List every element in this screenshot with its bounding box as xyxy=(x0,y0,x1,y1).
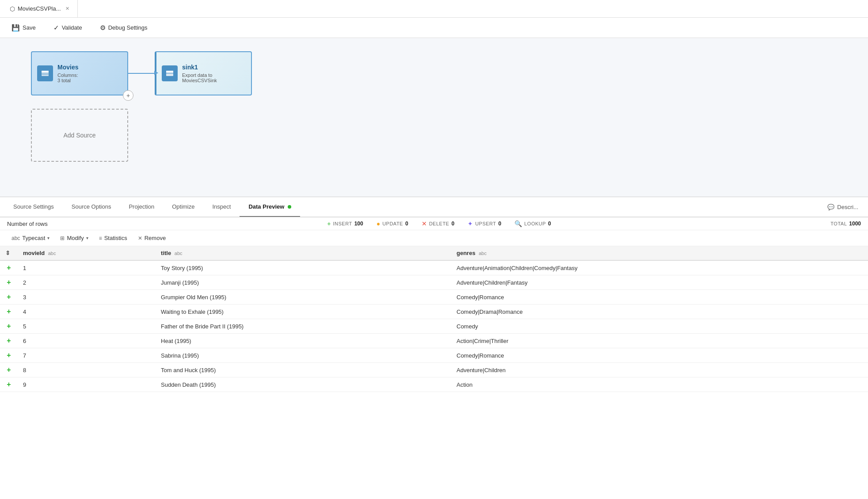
debug-icon: ⚙ xyxy=(100,24,106,32)
total-label: TOTAL xyxy=(830,221,847,226)
pipeline: Movies Columns: 3 total + sink1 Export d… xyxy=(31,51,252,95)
movieid-type: abc xyxy=(48,251,56,256)
delete-icon: ✕ xyxy=(422,220,427,227)
upsert-stat: ✦ UPSERT 0 xyxy=(468,220,501,227)
sink-node-icon xyxy=(162,65,178,81)
col-title[interactable]: title abc xyxy=(156,246,451,260)
update-value: 0 xyxy=(405,221,408,227)
table-row: + 8 Tom and Huck (1995) Adventure|Childr… xyxy=(0,363,868,377)
lookup-icon: 🔍 xyxy=(514,220,522,227)
insert-stat: + INSERT 100 xyxy=(327,220,363,227)
insert-label: INSERT xyxy=(333,221,352,226)
describe-icon: 💬 xyxy=(827,204,834,210)
tab-projection-label: Projection xyxy=(129,203,154,210)
table-row: + 4 Waiting to Exhale (1995) Comedy|Dram… xyxy=(0,305,868,319)
row-insert-indicator: + xyxy=(0,348,18,363)
validate-icon: ✓ xyxy=(53,24,59,32)
typecast-chevron-icon: ▾ xyxy=(47,236,49,240)
modify-button[interactable]: ⊞ Modify ▾ xyxy=(56,233,92,243)
tab-optimize[interactable]: Optimize xyxy=(163,197,203,217)
data-preview-status-dot xyxy=(288,205,291,209)
row-movieid: 7 xyxy=(18,348,156,363)
sink-node-title: sink1 xyxy=(182,64,246,71)
row-title: Waiting to Exhale (1995) xyxy=(156,305,451,319)
validate-button[interactable]: ✓ Validate xyxy=(49,21,87,34)
tab-source-options-label: Source Options xyxy=(72,203,111,210)
col-sort[interactable]: ⇕ xyxy=(0,246,18,260)
source-node-text: Movies Columns: 3 total xyxy=(57,64,122,83)
save-label: Save xyxy=(23,24,36,31)
row-title: Tom and Huck (1995) xyxy=(156,363,451,377)
statistics-button[interactable]: ≡ Statistics xyxy=(95,233,132,243)
stats-row: Number of rows + INSERT 100 ● UPDATE 0 ✕… xyxy=(0,217,868,230)
tab-inspect[interactable]: Inspect xyxy=(204,197,240,217)
upsert-label: UPSERT xyxy=(475,221,496,226)
remove-button[interactable]: ✕ Remove xyxy=(133,233,170,243)
active-tab[interactable]: ⬡ MoviesCSVPla... ✕ xyxy=(4,0,78,18)
insert-value: 100 xyxy=(354,221,363,227)
row-insert-indicator: + xyxy=(0,319,18,334)
modify-chevron-icon: ▾ xyxy=(86,236,88,240)
source-node[interactable]: Movies Columns: 3 total + xyxy=(31,51,128,95)
sink-node[interactable]: sink1 Export data to MoviesCSVSink xyxy=(155,51,252,95)
tab-projection[interactable]: Projection xyxy=(120,197,163,217)
debug-settings-label: Debug Settings xyxy=(108,24,148,31)
tab-source-options[interactable]: Source Options xyxy=(63,197,120,217)
row-movieid: 2 xyxy=(18,275,156,290)
row-genres: Adventure|Children|Fantasy xyxy=(451,275,868,290)
update-icon: ● xyxy=(377,220,380,227)
source-columns-label: Columns: xyxy=(57,72,122,78)
save-button[interactable]: 💾 Save xyxy=(7,21,40,34)
tab-source-settings[interactable]: Source Settings xyxy=(4,197,63,217)
col-genres[interactable]: genres abc xyxy=(451,246,868,260)
delete-value: 0 xyxy=(451,221,454,227)
genres-type: abc xyxy=(479,251,487,256)
row-title: Toy Story (1995) xyxy=(156,260,451,275)
row-insert-indicator: + xyxy=(0,260,18,275)
statistics-label: Statistics xyxy=(104,235,127,241)
delete-stat: ✕ DELETE 0 xyxy=(422,220,454,227)
svg-rect-1 xyxy=(42,71,49,72)
row-movieid: 9 xyxy=(18,377,156,392)
describe-button[interactable]: 💬 Descri... xyxy=(822,204,864,210)
pipeline-arrow xyxy=(128,73,155,74)
close-tab-button[interactable]: ✕ xyxy=(64,5,71,12)
add-source-box[interactable]: Add Source xyxy=(31,109,128,162)
typecast-button[interactable]: abc Typecast ▾ xyxy=(7,233,54,243)
total-value: 1000 xyxy=(849,221,861,227)
table-header-row: ⇕ movieId abc title abc genres abc xyxy=(0,246,868,260)
tab-source-settings-label: Source Settings xyxy=(13,203,54,210)
sink-node-text: sink1 Export data to MoviesCSVSink xyxy=(182,64,246,83)
row-movieid: 4 xyxy=(18,305,156,319)
debug-settings-button[interactable]: ⚙ Debug Settings xyxy=(95,21,152,34)
row-insert-indicator: + xyxy=(0,334,18,348)
row-movieid: 3 xyxy=(18,290,156,305)
modify-icon: ⊞ xyxy=(60,235,65,241)
row-insert-indicator: + xyxy=(0,275,18,290)
upsert-value: 0 xyxy=(499,221,502,227)
col-movieid[interactable]: movieId abc xyxy=(18,246,156,260)
tab-icon: ⬡ xyxy=(10,5,15,12)
source-node-title: Movies xyxy=(57,64,122,71)
sort-icon[interactable]: ⇕ xyxy=(5,250,10,256)
row-title: Grumpier Old Men (1995) xyxy=(156,290,451,305)
modify-label: Modify xyxy=(67,235,84,241)
row-insert-indicator: + xyxy=(0,363,18,377)
data-table: ⇕ movieId abc title abc genres abc + 1 xyxy=(0,246,868,392)
table-row: + 6 Heat (1995) Action|Crime|Thriller xyxy=(0,334,868,348)
tab-data-preview[interactable]: Data Preview xyxy=(240,197,300,217)
statistics-icon: ≡ xyxy=(99,235,102,241)
add-source-label: Add Source xyxy=(63,132,95,139)
typecast-prefix: abc xyxy=(11,235,20,241)
row-genres: Comedy|Romance xyxy=(451,290,868,305)
table-row: + 2 Jumanji (1995) Adventure|Children|Fa… xyxy=(0,275,868,290)
row-genres: Adventure|Children xyxy=(451,363,868,377)
toolbar: 💾 Save ✓ Validate ⚙ Debug Settings xyxy=(0,18,868,38)
data-table-container[interactable]: ⇕ movieId abc title abc genres abc + 1 xyxy=(0,246,868,499)
table-row: + 1 Toy Story (1995) Adventure|Animation… xyxy=(0,260,868,275)
upsert-icon: ✦ xyxy=(468,220,473,227)
row-title: Heat (1995) xyxy=(156,334,451,348)
row-movieid: 1 xyxy=(18,260,156,275)
node-add-button[interactable]: + xyxy=(123,90,133,101)
row-genres: Action|Crime|Thriller xyxy=(451,334,868,348)
